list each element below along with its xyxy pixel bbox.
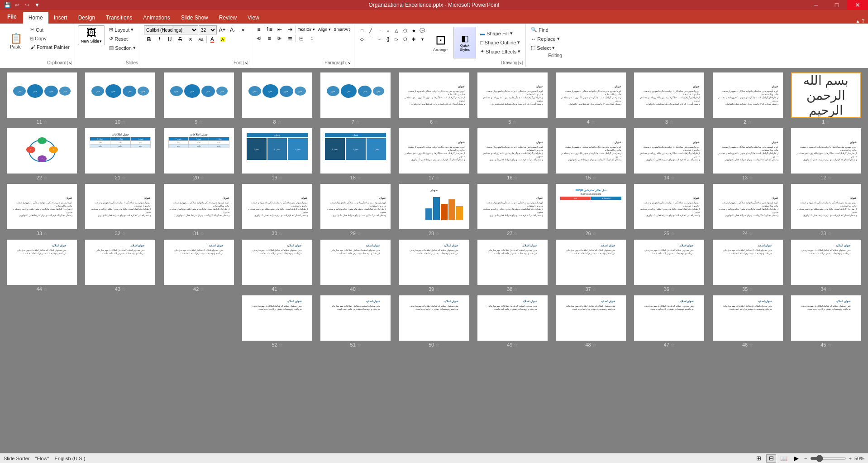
tab-slideshow[interactable]: Slide Show (176, 12, 214, 24)
text-shadow-button[interactable]: s (186, 35, 196, 43)
slide-item-41[interactable]: عنوان اسلاید متن محتوای اسلاید که شامل ا… (240, 240, 315, 292)
font-expand-button[interactable]: ↘ (243, 61, 248, 65)
slide-thumb-2[interactable]: عنوان لورم ایپسوم متن ساختگی با تولید سا… (713, 72, 783, 118)
slide-thumb-48[interactable]: عنوان اسلاید متن محتوای اسلاید که شامل ا… (556, 295, 626, 341)
slide-thumb-9[interactable]: متن متن متن متن (164, 72, 234, 118)
slide-thumb-15[interactable]: عنوان لورم ایپسوم متن ساختگی با تولید سا… (556, 128, 626, 174)
shape-brace[interactable]: {} (384, 35, 392, 43)
close-button[interactable]: ✕ (847, 0, 868, 10)
slide-thumb-31[interactable]: عنوان لورم ایپسوم متن ساختگی با تولید سا… (164, 184, 234, 229)
shape-callout[interactable]: 💬 (418, 26, 426, 34)
slide-item-21[interactable]: جدول اطلاعات عنوان ۱عنوان ۲عنوان ۳ دادهد… (83, 128, 157, 180)
slide-item-15[interactable]: عنوان لورم ایپسوم متن ساختگی با تولید سا… (553, 128, 628, 180)
slide-thumb-16[interactable]: عنوان لورم ایپسوم متن ساختگی با تولید سا… (477, 128, 548, 174)
slide-item-6[interactable]: عنوان لورم ایپسوم متن ساختگی با تولید سا… (396, 72, 471, 125)
slide-sorter-view-button[interactable]: ⊟ (766, 454, 776, 463)
replace-button[interactable]: ↔ Replace ▾ (529, 34, 562, 43)
text-highlight-button[interactable]: A (218, 35, 228, 43)
save-button[interactable]: 💾 (3, 1, 12, 9)
align-text-button[interactable]: Align ▾ (317, 25, 332, 34)
shape-triangle[interactable]: △ (392, 26, 401, 34)
slide-item-33[interactable]: عنوان لورم ایپسوم متن ساختگی با تولید سا… (5, 184, 79, 236)
slide-thumb-26[interactable]: مدل تعالی سازمانی EFQM Business Excellen… (556, 184, 626, 229)
slide-thumb-39[interactable]: عنوان اسلاید متن محتوای اسلاید که شامل ا… (399, 240, 469, 285)
format-painter-button[interactable]: 🖌 Format Painter (28, 43, 72, 51)
center-button[interactable]: ≡ (264, 34, 274, 43)
slide-thumb-41[interactable]: عنوان اسلاید متن محتوای اسلاید که شامل ا… (242, 240, 312, 285)
slide-item-36[interactable]: عنوان اسلاید متن محتوای اسلاید که شامل ا… (632, 240, 706, 292)
find-button[interactable]: 🔍 Find (529, 25, 562, 34)
slide-item-14[interactable]: عنوان لورم ایپسوم متن ساختگی با تولید سا… (632, 128, 706, 180)
align-left-button[interactable]: ⫷ (254, 34, 264, 43)
bold-button[interactable]: B (144, 35, 154, 43)
zoom-plus[interactable]: + (849, 456, 852, 461)
shape-cross[interactable]: ✚ (410, 35, 418, 43)
slide-item-3[interactable]: عنوان لورم ایپسوم متن ساختگی با تولید سا… (632, 72, 706, 125)
increase-font-size-button[interactable]: A+ (217, 26, 227, 34)
slide-thumb-30[interactable]: عنوان لورم ایپسوم متن ساختگی با تولید سا… (242, 184, 312, 229)
shape-line[interactable]: ╱ (367, 26, 375, 34)
slide-thumb-11[interactable]: متن متن متن متن (7, 72, 77, 118)
section-button[interactable]: ▤ Section ▾ (107, 43, 138, 52)
slide-thumb-43[interactable]: عنوان اسلاید متن محتوای اسلاید که شامل ا… (85, 240, 155, 285)
slide-item-42[interactable]: عنوان اسلاید متن محتوای اسلاید که شامل ا… (162, 240, 236, 292)
numbering-button[interactable]: 1≡ (264, 25, 274, 34)
slide-thumb-27[interactable]: عنوان لورم ایپسوم متن ساختگی با تولید سا… (477, 184, 548, 229)
slide-thumb-42[interactable]: عنوان اسلاید متن محتوای اسلاید که شامل ا… (164, 240, 234, 285)
help-btn[interactable]: ? (862, 19, 864, 24)
copy-button[interactable]: ⎘ Copy (28, 34, 72, 43)
increase-indent-button[interactable]: ⇥ (285, 25, 295, 34)
italic-button[interactable]: I (154, 35, 164, 43)
tab-animations[interactable]: Animations (138, 12, 175, 24)
align-right-button[interactable]: ⫸ (275, 34, 285, 43)
slide-item-30[interactable]: عنوان لورم ایپسوم متن ساختگی با تولید سا… (240, 184, 315, 236)
slide-item-17[interactable]: عنوان لورم ایپسوم متن ساختگی با تولید سا… (396, 128, 471, 180)
tab-review[interactable]: Review (214, 12, 242, 24)
slide-item-44[interactable]: عنوان اسلاید متن محتوای اسلاید که شامل ا… (5, 240, 79, 292)
slide-thumb-18[interactable]: عنوان بخش ۱ بخش ۲ بخش ۳ (320, 128, 391, 174)
slide-item-34[interactable]: عنوان اسلاید متن محتوای اسلاید که شامل ا… (789, 240, 863, 292)
slide-item-4[interactable]: عنوان لورم ایپسوم متن ساختگی با تولید سا… (553, 72, 628, 125)
slide-thumb-22[interactable]: ۱ ۲ ۳ ۴ (7, 128, 77, 174)
font-family-select[interactable]: Calibri (Headings) (144, 25, 198, 34)
slide-item-7[interactable]: متن متن متن متن ☆7 (318, 72, 393, 125)
slide-item-27[interactable]: عنوان لورم ایپسوم متن ساختگی با تولید سا… (475, 184, 550, 236)
slide-item-52[interactable]: عنوان اسلاید متن محتوای اسلاید که شامل ا… (240, 295, 315, 347)
slide-item-16[interactable]: عنوان لورم ایپسوم متن ساختگی با تولید سا… (475, 128, 550, 180)
slide-item-18[interactable]: عنوان بخش ۱ بخش ۲ بخش ۳ ☆18 (318, 128, 393, 180)
slide-thumb-19[interactable]: عنوان بخش ۱ بخش ۲ بخش ۳ (242, 128, 312, 174)
slide-item-24[interactable]: عنوان لورم ایپسوم متن ساختگی با تولید سا… (710, 184, 785, 236)
shape-oval[interactable]: ○ (384, 26, 392, 34)
decrease-indent-button[interactable]: ⇤ (275, 25, 285, 34)
layout-button[interactable]: ⊞ Layout ▾ (107, 25, 138, 34)
shape-bracket[interactable]: ⌣ (375, 35, 383, 43)
slide-thumb-10[interactable]: متن متن متن متن (85, 72, 155, 118)
bullets-button[interactable]: ≡ (254, 25, 264, 34)
slide-thumb-28[interactable]: نمودار (399, 184, 469, 229)
slide-item-23[interactable]: عنوان لورم ایپسوم متن ساختگی با تولید سا… (789, 184, 863, 236)
slide-item-2[interactable]: عنوان لورم ایپسوم متن ساختگی با تولید سا… (710, 72, 785, 125)
cut-button[interactable]: ✂ Cut (28, 25, 72, 34)
slide-item-28[interactable]: نمودار ☆28 (396, 184, 471, 236)
drawing-expand-button[interactable]: ↘ (518, 61, 523, 65)
slide-thumb-14[interactable]: عنوان لورم ایپسوم متن ساختگی با تولید سا… (634, 128, 704, 174)
slide-item-31[interactable]: عنوان لورم ایپسوم متن ساختگی با تولید سا… (162, 184, 236, 236)
slide-item-25[interactable]: عنوان لورم ایپسوم متن ساختگی با تولید سا… (632, 184, 706, 236)
slide-item-32[interactable]: عنوان لورم ایپسوم متن ساختگی با تولید سا… (83, 184, 157, 236)
slide-thumb-37[interactable]: عنوان اسلاید متن محتوای اسلاید که شامل ا… (556, 240, 626, 285)
slide-thumb-40[interactable]: عنوان اسلاید متن محتوای اسلاید که شامل ا… (320, 240, 391, 285)
slide-thumb-24[interactable]: عنوان لورم ایپسوم متن ساختگی با تولید سا… (713, 184, 783, 229)
slide-thumb-17[interactable]: عنوان لورم ایپسوم متن ساختگی با تولید سا… (399, 128, 469, 174)
clear-format-button[interactable]: ✕ (238, 26, 248, 34)
slide-item-29[interactable]: عنوان لورم ایپسوم متن ساختگی با تولید سا… (318, 184, 393, 236)
slide-item-12[interactable]: عنوان لورم ایپسوم متن ساختگی با تولید سا… (789, 128, 863, 180)
shape-pentagon[interactable]: ⬠ (401, 26, 409, 34)
slide-item-39[interactable]: عنوان اسلاید متن محتوای اسلاید که شامل ا… (396, 240, 471, 292)
slide-thumb-6[interactable]: عنوان لورم ایپسوم متن ساختگی با تولید سا… (399, 72, 469, 118)
tab-view[interactable]: View (242, 12, 265, 24)
font-color-button[interactable]: A (207, 35, 217, 43)
shape-rectangle[interactable]: □ (358, 26, 366, 34)
slide-thumb-13[interactable]: عنوان لورم ایپسوم متن ساختگی با تولید سا… (713, 128, 783, 174)
select-button[interactable]: ⬚ Select ▾ (529, 43, 562, 52)
slide-thumb-8[interactable]: متن متن متن متن (242, 72, 312, 118)
